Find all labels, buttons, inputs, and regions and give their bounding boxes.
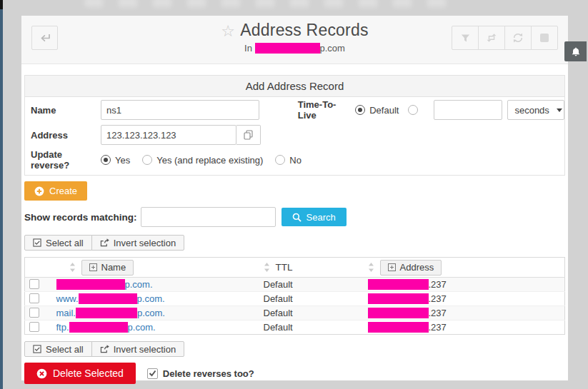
filter-button[interactable] <box>452 26 479 50</box>
ttl-unit-value: seconds <box>514 105 549 116</box>
ttl-value: Default <box>255 292 362 306</box>
table-row: www.p.com. Default .237 <box>25 292 565 306</box>
redacted-text <box>56 279 125 290</box>
row-checkbox[interactable] <box>29 322 39 332</box>
record-name-link[interactable]: p.com. <box>56 279 153 290</box>
row-checkbox[interactable] <box>29 293 39 303</box>
header-toolbar <box>452 26 558 50</box>
selection-buttons-bottom: Select all Invert selection <box>24 341 565 357</box>
share-arrow-icon <box>100 238 109 247</box>
x-circle-icon <box>36 368 47 379</box>
checkbox-column-header <box>25 258 46 278</box>
name-column-button[interactable]: Name <box>81 260 134 276</box>
records-table: Name TTL Address <box>24 257 565 335</box>
address-value: .237 <box>362 278 565 292</box>
invert-selection-button[interactable]: Invert selection <box>91 235 184 251</box>
table-row: p.com. Default .237 <box>25 278 565 292</box>
ttl-value: Default <box>255 278 362 292</box>
share-arrow-icon <box>100 345 109 353</box>
retweet-icon <box>486 34 497 42</box>
redacted-domain <box>255 43 320 54</box>
table-row: ftp.p.com. Default .237 <box>25 320 565 335</box>
ttl-unit-select[interactable]: seconds <box>507 100 564 120</box>
ttl-value: Default <box>255 320 362 335</box>
search-label: Show records matching: <box>24 212 137 223</box>
refresh-icon <box>513 33 523 43</box>
address-value: .237 <box>362 292 565 306</box>
refresh-button[interactable] <box>504 26 532 50</box>
plus-square-icon <box>89 263 97 271</box>
ttl-custom-radio[interactable] <box>408 105 418 115</box>
row-checkbox[interactable] <box>29 279 39 289</box>
sort-icon[interactable] <box>69 263 76 272</box>
window-edge-strip <box>0 0 3 389</box>
ttl-custom-input[interactable] <box>434 100 502 120</box>
redacted-text <box>76 308 137 318</box>
redacted-text <box>79 293 137 304</box>
bell-icon <box>571 46 581 57</box>
update-reverse-no-radio[interactable] <box>275 155 285 165</box>
update-reverse-label: Update reverse? <box>31 149 101 171</box>
ttl-column-header: TTL <box>276 262 293 273</box>
add-record-form: Add Address Record Name Time-To-Live Def… <box>24 75 565 176</box>
record-name-link[interactable]: mail.p.com. <box>56 308 165 318</box>
plus-square-icon <box>388 263 396 271</box>
search-input[interactable] <box>141 207 276 227</box>
address-column-button[interactable]: Address <box>380 260 442 276</box>
redacted-text <box>368 293 429 304</box>
redacted-text <box>368 322 429 333</box>
invert-selection-button[interactable]: Invert selection <box>91 341 184 357</box>
name-label: Name <box>31 105 101 116</box>
address-value: .237 <box>362 306 565 320</box>
select-all-button[interactable]: Select all <box>24 341 92 357</box>
update-reverse-replace-radio[interactable] <box>142 155 152 165</box>
search-button[interactable]: Search <box>281 208 347 226</box>
address-row: Address <box>25 123 564 147</box>
clipboard-icon <box>244 130 253 140</box>
check-square-icon <box>33 345 41 353</box>
table-header-row: Name TTL Address <box>25 258 565 278</box>
page-title: Address Records <box>240 21 368 39</box>
notifications-tab[interactable] <box>564 41 587 61</box>
sort-icon[interactable] <box>368 263 374 272</box>
background-watermark <box>84 0 456 7</box>
create-button[interactable]: Create <box>24 181 87 201</box>
search-row: Show records matching: Search <box>24 207 565 227</box>
ttl-group: Time-To-Live Default seconds <box>298 99 564 121</box>
ttl-default-option-label: Default <box>369 105 399 116</box>
sort-icon[interactable] <box>264 263 270 272</box>
redacted-text <box>69 322 128 333</box>
form-title: Add Address Record <box>25 76 564 97</box>
favorite-star-icon[interactable]: ☆ <box>221 22 235 40</box>
stop-icon <box>540 34 549 42</box>
name-row: Name Time-To-Live Default seconds <box>25 97 564 123</box>
address-label: Address <box>31 130 101 141</box>
address-input[interactable] <box>101 125 236 145</box>
update-reverse-row: Update reverse? Yes Yes (and replace exi… <box>25 147 564 175</box>
row-checkbox[interactable] <box>29 308 39 318</box>
paste-address-button[interactable] <box>236 125 261 145</box>
record-name-link[interactable]: www.p.com. <box>56 293 165 304</box>
table-row: mail.p.com. Default .237 <box>25 306 565 320</box>
address-records-panel: ☆Address Records In p.com Add Addres <box>21 16 568 380</box>
filter-icon <box>461 34 470 43</box>
delete-row: Delete Selected Delete reverses too? <box>24 363 565 384</box>
address-value: .237 <box>362 320 565 335</box>
delete-selected-button[interactable]: Delete Selected <box>24 363 136 384</box>
retweet-button[interactable] <box>478 26 505 50</box>
plus-circle-icon <box>34 186 44 196</box>
selection-buttons-top: Select all Invert selection <box>24 235 565 251</box>
record-name-link[interactable]: ftp.p.com. <box>56 322 156 333</box>
delete-reverses-label: Delete reverses too? <box>163 368 254 379</box>
stop-button[interactable] <box>531 26 558 50</box>
ttl-default-radio[interactable] <box>355 105 365 115</box>
select-all-button[interactable]: Select all <box>24 235 92 251</box>
redacted-text <box>368 279 429 290</box>
update-reverse-yes-radio[interactable] <box>101 155 111 165</box>
page-header: ☆Address Records In p.com <box>21 16 568 64</box>
search-icon <box>292 213 302 222</box>
delete-reverses-checkbox[interactable] <box>147 368 158 379</box>
name-input[interactable] <box>101 100 259 120</box>
page-content: Add Address Record Name Time-To-Live Def… <box>21 75 568 384</box>
chevron-down-icon <box>557 108 562 112</box>
